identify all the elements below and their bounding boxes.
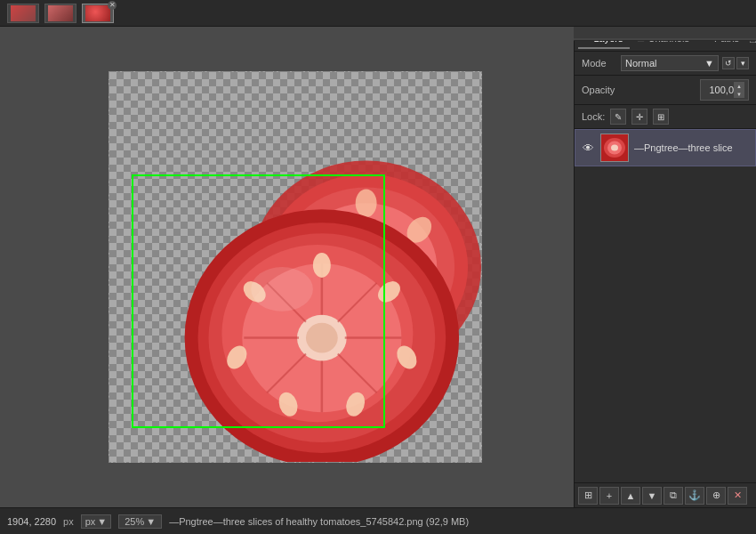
opacity-spinner: ▲ ▼ <box>734 82 744 98</box>
lock-pixels-button[interactable]: ✎ <box>610 109 626 125</box>
unit-value: px <box>85 516 96 527</box>
svg-point-68 <box>611 145 618 151</box>
unit-chevron: ▼ <box>97 516 107 527</box>
statusbar: 1904, 2280 px px ▼ 25% ▼ —Pngtree—three … <box>0 507 756 534</box>
tab-3-active[interactable]: ✕ <box>82 4 114 23</box>
lock-row: Lock: ✎ ✛ ⊞ <box>575 105 756 129</box>
layer-visibility-toggle[interactable]: 👁 <box>581 141 595 155</box>
lock-all-button[interactable]: ⊞ <box>653 109 669 125</box>
svg-point-31 <box>355 189 376 217</box>
svg-point-61 <box>251 267 313 312</box>
new-layer-button[interactable]: + <box>599 487 619 505</box>
unit-dropdown[interactable]: px ▼ <box>81 514 112 529</box>
mode-next-button[interactable]: ▾ <box>736 57 749 69</box>
opacity-number: 100,0 <box>709 85 734 95</box>
titlebar: ✕ <box>0 0 756 27</box>
tab-2[interactable] <box>44 4 76 23</box>
layers-toolbar: ⊞ + ▲ ▼ ⧉ ⚓ ⊕ ✕ <box>575 482 756 507</box>
canvas-area[interactable] <box>0 27 574 507</box>
move-layer-up-button[interactable]: ▲ <box>621 487 640 505</box>
mode-prev-button[interactable]: ↺ <box>722 57 735 69</box>
mode-dropdown-arrow: ▼ <box>704 58 714 69</box>
canvas-container <box>109 71 482 463</box>
zoom-value: 25% <box>125 516 144 527</box>
lock-position-button[interactable]: ✛ <box>631 109 647 125</box>
svg-point-45 <box>305 323 337 353</box>
opacity-input[interactable]: 100,0 ▲ ▼ <box>700 79 749 101</box>
layers-list: 👁 —Pngtree—three slice <box>575 129 756 482</box>
tab-1[interactable] <box>7 4 39 23</box>
lock-label: Lock: <box>582 111 605 122</box>
opacity-down-button[interactable]: ▼ <box>734 90 744 98</box>
anchor-layer-button[interactable]: ⚓ <box>685 487 704 505</box>
mode-arrows: ↺ ▾ <box>722 57 749 69</box>
opacity-row: Opacity 100,0 ▲ ▼ <box>575 76 756 105</box>
mode-label: Mode <box>582 58 617 69</box>
canvas-background[interactable] <box>109 71 482 463</box>
filename-label: —Pngtree—three slices of healthy tomatoe… <box>169 516 469 527</box>
mode-value: Normal <box>625 58 656 69</box>
layer-item[interactable]: 👁 —Pngtree—three slice <box>575 129 756 166</box>
zoom-display[interactable]: 25% ▼ <box>118 514 162 529</box>
move-layer-down-button[interactable]: ▼ <box>642 487 662 505</box>
delete-layer-button[interactable]: ✕ <box>728 487 747 505</box>
zoom-chevron: ▼ <box>146 516 156 527</box>
cursor-coordinates: 1904, 2280 <box>7 516 56 527</box>
svg-point-54 <box>312 253 330 278</box>
layer-thumbnail <box>600 134 629 162</box>
new-layer-group-button[interactable]: ⊞ <box>578 487 598 505</box>
tab-close-icon[interactable]: ✕ <box>108 1 117 10</box>
mode-dropdown[interactable]: Normal ▼ <box>621 55 719 71</box>
layer-name: —Pngtree—three slice <box>634 142 750 153</box>
merge-layer-button[interactable]: ⊕ <box>706 487 726 505</box>
mode-row: Mode Normal ▼ ↺ ▾ <box>575 52 756 76</box>
layers-panel: ≡ Layers ⊞ Channels ✎ Paths □ Mode Norma… <box>574 27 756 507</box>
main-area: ≡ Layers ⊞ Channels ✎ Paths □ Mode Norma… <box>0 27 756 507</box>
duplicate-layer-button[interactable]: ⧉ <box>664 487 683 505</box>
unit-label: px <box>63 516 74 527</box>
opacity-up-button[interactable]: ▲ <box>734 82 744 90</box>
opacity-label: Opacity <box>582 85 626 95</box>
